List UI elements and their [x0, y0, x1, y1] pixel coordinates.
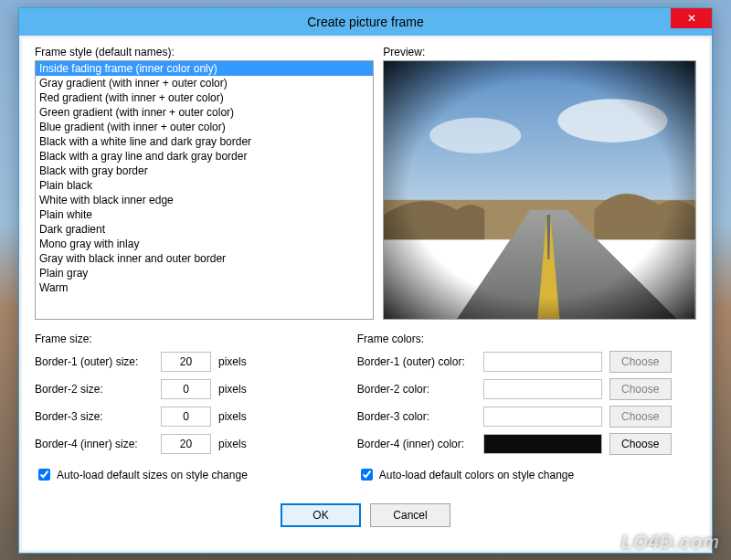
button-row: OK Cancel — [35, 503, 696, 527]
svg-rect-4 — [384, 61, 695, 319]
dialog: Create picture frame ✕ Frame style (defa… — [18, 7, 713, 554]
color-swatch-3 — [483, 407, 602, 427]
frame-style-item[interactable]: Mono gray with inlay — [36, 237, 373, 251]
autoload-colors-checkbox[interactable] — [361, 469, 373, 481]
size-row: Border-3 size:pixels — [35, 406, 348, 428]
frame-style-section: Frame style (default names): Inside fadi… — [35, 46, 374, 320]
size-unit: pixels — [218, 383, 247, 396]
frame-style-item[interactable]: Plain gray — [36, 266, 373, 280]
autoload-sizes-checkbox[interactable] — [38, 469, 50, 481]
preview-label: Preview: — [383, 46, 696, 58]
choose-color-button-2[interactable]: Choose — [609, 378, 672, 400]
color-row: Border-3 color:Choose — [357, 406, 696, 428]
ok-button[interactable]: OK — [281, 503, 361, 527]
frame-style-item[interactable]: White with black inner edge — [36, 193, 373, 207]
size-input-1[interactable] — [161, 352, 211, 372]
color-label: Border-3 color: — [357, 410, 476, 423]
size-unit: pixels — [218, 438, 247, 450]
size-row: Border-2 size:pixels — [35, 378, 348, 400]
color-label: Border-4 (inner) color: — [357, 438, 476, 450]
size-row: Border-4 (inner) size:pixels — [35, 433, 348, 455]
frame-style-item[interactable]: Black with a white line and dark gray bo… — [36, 134, 373, 149]
frame-style-item[interactable]: Red gradient (with inner + outer color) — [36, 90, 373, 105]
choose-color-button-4[interactable]: Choose — [609, 433, 672, 455]
size-label: Border-1 (outer) size: — [35, 355, 154, 368]
frame-style-item[interactable]: Inside fading frame (inner color only) — [36, 61, 373, 76]
frame-style-item[interactable]: Green gradient (with inner + outer color… — [36, 105, 373, 120]
frame-colors-section: Frame colors: Border-1 (outer) color:Cho… — [357, 333, 696, 483]
preview-box — [383, 60, 696, 320]
size-input-2[interactable] — [161, 379, 211, 399]
choose-color-button-3[interactable]: Choose — [609, 406, 672, 428]
cancel-button[interactable]: Cancel — [370, 503, 450, 527]
frame-size-label: Frame size: — [35, 333, 348, 345]
dialog-content: Frame style (default names): Inside fadi… — [22, 38, 709, 550]
frame-style-item[interactable]: Plain black — [36, 178, 373, 193]
size-label: Border-3 size: — [35, 410, 154, 423]
color-label: Border-1 (outer) color: — [357, 355, 476, 368]
frame-style-item[interactable]: Warm — [36, 280, 373, 295]
choose-color-button-1[interactable]: Choose — [609, 351, 672, 373]
frame-style-item[interactable]: Blue gradient (with inner + outer color) — [36, 120, 373, 134]
autoload-sizes-label[interactable]: Auto-load default sizes on style change — [57, 469, 248, 481]
color-swatch-1 — [483, 352, 602, 372]
size-input-4[interactable] — [161, 434, 211, 454]
autoload-colors-row: Auto-load default colors on style change — [357, 466, 696, 483]
frame-colors-label: Frame colors: — [357, 333, 696, 345]
bottom-row: Frame size: Border-1 (outer) size:pixels… — [35, 333, 696, 483]
color-label: Border-2 color: — [357, 383, 476, 396]
autoload-colors-label[interactable]: Auto-load default colors on style change — [379, 469, 574, 481]
window-title: Create picture frame — [307, 15, 424, 29]
size-row: Border-1 (outer) size:pixels — [35, 351, 348, 373]
top-row: Frame style (default names): Inside fadi… — [35, 46, 696, 320]
color-swatch-4 — [483, 434, 602, 454]
color-row: Border-1 (outer) color:Choose — [357, 351, 696, 373]
preview-image — [384, 61, 695, 319]
color-row: Border-2 color:Choose — [357, 378, 696, 400]
frame-style-listbox[interactable]: Inside fading frame (inner color only)Gr… — [35, 60, 374, 320]
close-button[interactable]: ✕ — [671, 8, 712, 28]
size-label: Border-4 (inner) size: — [35, 438, 154, 450]
frame-style-item[interactable]: Black with gray border — [36, 164, 373, 178]
frame-style-item[interactable]: Gray gradient (with inner + outer color) — [36, 76, 373, 90]
frame-size-section: Frame size: Border-1 (outer) size:pixels… — [35, 333, 348, 483]
color-row: Border-4 (inner) color:Choose — [357, 433, 696, 455]
size-unit: pixels — [218, 355, 247, 368]
autoload-sizes-row: Auto-load default sizes on style change — [35, 466, 348, 483]
frame-style-item[interactable]: Dark gradient — [36, 222, 373, 237]
preview-section: Preview: — [383, 46, 696, 320]
frame-style-label: Frame style (default names): — [35, 46, 374, 58]
titlebar: Create picture frame ✕ — [19, 8, 712, 36]
close-icon: ✕ — [687, 12, 696, 25]
size-input-3[interactable] — [161, 407, 211, 427]
frame-style-item[interactable]: Plain white — [36, 207, 373, 222]
frame-style-item[interactable]: Black with a gray line and dark gray bor… — [36, 149, 373, 164]
frame-style-item[interactable]: Gray with black inner and outer border — [36, 251, 373, 266]
color-swatch-2 — [483, 379, 602, 399]
size-label: Border-2 size: — [35, 383, 154, 396]
size-unit: pixels — [218, 410, 247, 423]
